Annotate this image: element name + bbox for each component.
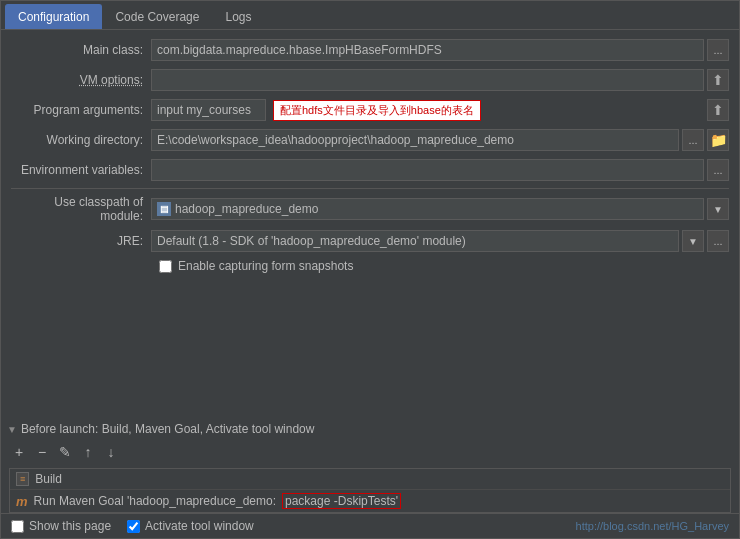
vm-options-label: VM options: xyxy=(11,73,151,87)
program-arguments-expand-button[interactable]: ⬆ xyxy=(707,99,729,121)
jre-label: JRE: xyxy=(11,234,151,248)
maven-text-highlight: package -DskipTests' xyxy=(282,493,401,509)
vm-options-row: VM options: ⬆ xyxy=(11,68,729,92)
jre-browse-button[interactable]: ... xyxy=(707,230,729,252)
show-page-label: Show this page xyxy=(29,519,111,533)
working-directory-row: Working directory: ... 📁 xyxy=(11,128,729,152)
show-page-checkbox-label[interactable]: Show this page xyxy=(11,519,111,533)
working-directory-folder-button[interactable]: 📁 xyxy=(707,129,729,151)
environment-variables-label: Environment variables: xyxy=(11,163,151,177)
classpath-module-value: hadoop_mapreduce_demo xyxy=(175,202,318,216)
maven-text-before: Run Maven Goal 'hadoop_mapreduce_demo: xyxy=(34,494,276,508)
launch-list: ≡ Build m Run Maven Goal 'hadoop_mapredu… xyxy=(9,468,731,513)
configuration-content: Main class: ... VM options: ⬆ Program ar… xyxy=(1,30,739,418)
module-icon: ▤ xyxy=(157,202,171,216)
classpath-module-label: Use classpath of module: xyxy=(11,195,151,223)
enable-snapshots-row: Enable capturing form snapshots xyxy=(159,259,729,273)
activate-tool-checkbox[interactable] xyxy=(127,520,140,533)
launch-add-button[interactable]: + xyxy=(9,442,29,462)
program-arguments-row: Program arguments: 配置hdfs文件目录及导入到hbase的表… xyxy=(11,98,729,122)
vm-options-expand-button[interactable]: ⬆ xyxy=(707,69,729,91)
build-icon: ≡ xyxy=(16,472,29,486)
program-arguments-input[interactable] xyxy=(151,99,266,121)
vm-options-input-wrap: ⬆ xyxy=(151,69,729,91)
bottom-bar-left: Show this page Activate tool window xyxy=(11,519,254,533)
jre-dropdown-arrow[interactable]: ▼ xyxy=(682,230,704,252)
build-label: Build xyxy=(35,472,62,486)
environment-variables-browse-button[interactable]: ... xyxy=(707,159,729,181)
show-page-checkbox[interactable] xyxy=(11,520,24,533)
classpath-module-row: Use classpath of module: ▤ hadoop_mapred… xyxy=(11,195,729,223)
program-arguments-input-wrap: 配置hdfs文件目录及导入到hbase的表名 ⬆ xyxy=(151,99,729,121)
main-class-input[interactable] xyxy=(151,39,704,61)
working-directory-input-wrap: ... 📁 xyxy=(151,129,729,151)
launch-up-button[interactable]: ↑ xyxy=(78,442,98,462)
enable-snapshots-checkbox[interactable] xyxy=(159,260,172,273)
jre-display: Default (1.8 - SDK of 'hadoop_mapreduce_… xyxy=(151,230,679,252)
jre-value: Default (1.8 - SDK of 'hadoop_mapreduce_… xyxy=(157,234,466,248)
launch-item-build[interactable]: ≡ Build xyxy=(10,469,730,489)
launch-down-button[interactable]: ↓ xyxy=(101,442,121,462)
launch-item-maven[interactable]: m Run Maven Goal 'hadoop_mapreduce_demo:… xyxy=(10,489,730,512)
before-launch-header: ▼ Before launch: Build, Maven Goal, Acti… xyxy=(1,418,739,440)
main-class-input-wrap: ... xyxy=(151,39,729,61)
main-class-browse-button[interactable]: ... xyxy=(707,39,729,61)
tab-code-coverage[interactable]: Code Coverage xyxy=(102,4,212,29)
jre-input-wrap: Default (1.8 - SDK of 'hadoop_mapreduce_… xyxy=(151,230,729,252)
tab-logs[interactable]: Logs xyxy=(212,4,264,29)
activate-tool-checkbox-label[interactable]: Activate tool window xyxy=(127,519,254,533)
divider-1 xyxy=(11,188,729,189)
environment-variables-row: Environment variables: ... xyxy=(11,158,729,182)
environment-variables-input-wrap: ... xyxy=(151,159,729,181)
classpath-module-display: ▤ hadoop_mapreduce_demo xyxy=(151,198,704,220)
run-configuration-dialog: Configuration Code Coverage Logs Main cl… xyxy=(0,0,740,539)
maven-icon: m xyxy=(16,494,28,509)
activate-tool-label: Activate tool window xyxy=(145,519,254,533)
classpath-module-dropdown-arrow[interactable]: ▼ xyxy=(707,198,729,220)
launch-remove-button[interactable]: − xyxy=(32,442,52,462)
working-directory-label: Working directory: xyxy=(11,133,151,147)
tabs-bar: Configuration Code Coverage Logs xyxy=(1,1,739,30)
enable-snapshots-label: Enable capturing form snapshots xyxy=(178,259,353,273)
working-directory-browse-button[interactable]: ... xyxy=(682,129,704,151)
bottom-bar: Show this page Activate tool window http… xyxy=(1,513,739,538)
program-arguments-label: Program arguments: xyxy=(11,103,151,117)
working-directory-input[interactable] xyxy=(151,129,679,151)
launch-toolbar: + − ✎ ↑ ↓ xyxy=(1,440,739,464)
before-launch-section: ▼ Before launch: Build, Maven Goal, Acti… xyxy=(1,418,739,513)
tab-configuration[interactable]: Configuration xyxy=(5,4,102,29)
collapse-icon[interactable]: ▼ xyxy=(7,424,17,435)
program-arguments-annotation: 配置hdfs文件目录及导入到hbase的表名 xyxy=(273,100,481,121)
environment-variables-input[interactable] xyxy=(151,159,704,181)
main-class-row: Main class: ... xyxy=(11,38,729,62)
before-launch-title: Before launch: Build, Maven Goal, Activa… xyxy=(21,422,315,436)
main-class-label: Main class: xyxy=(11,43,151,57)
vm-options-input[interactable] xyxy=(151,69,704,91)
watermark: http://blog.csdn.net/HG_Harvey xyxy=(576,520,729,532)
classpath-module-input-wrap: ▤ hadoop_mapreduce_demo ▼ xyxy=(151,198,729,220)
jre-row: JRE: Default (1.8 - SDK of 'hadoop_mapre… xyxy=(11,229,729,253)
launch-edit-button[interactable]: ✎ xyxy=(55,442,75,462)
